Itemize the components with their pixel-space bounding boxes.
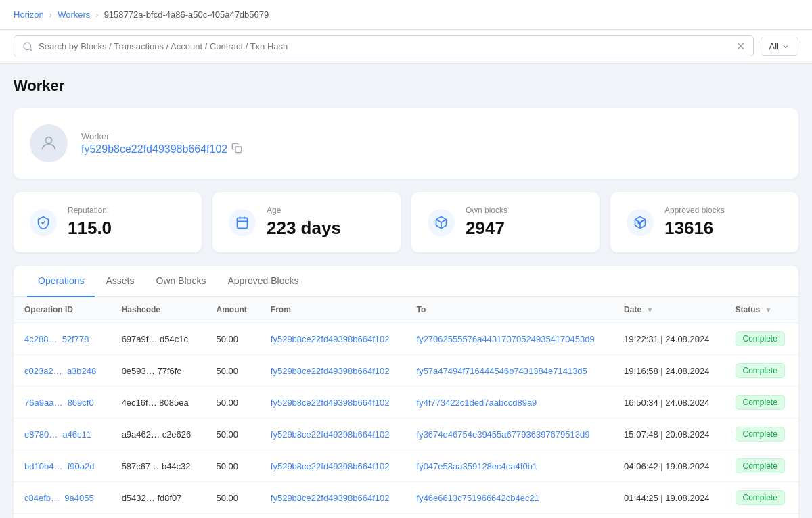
operation-id-link2[interactable]: 869cf0 [65, 398, 94, 408]
search-clear-button[interactable]: ✕ [736, 40, 745, 53]
shield-icon [37, 216, 50, 229]
operation-id-link2[interactable]: 9a4055 [62, 493, 94, 503]
operation-id-link[interactable]: e8780… [24, 429, 58, 440]
cell-to: fy46e6613c751966642cb4ec21 [406, 482, 614, 514]
stat-age: Age 223 days [212, 192, 401, 252]
col-to: To [406, 297, 614, 323]
from-address-link[interactable]: fy529b8ce22fd49398b664f102 [271, 493, 390, 503]
cell-amount: 50.00 [206, 482, 260, 514]
cell-operation-id: 4c288… 52f778 [14, 323, 111, 355]
tab-own-blocks[interactable]: Own Blocks [145, 266, 217, 297]
approved-blocks-value: 13616 [664, 218, 725, 239]
tabs-container: Operations Assets Own Blocks Approved Bl… [14, 266, 798, 518]
cell-date: 16:50:34 | 24.08.2024 [613, 387, 724, 419]
hash1: 4ec16f… [122, 398, 157, 408]
nav-horizon[interactable]: Horizon [14, 9, 44, 20]
svg-rect-4 [238, 218, 248, 228]
reputation-label: Reputation: [68, 206, 112, 215]
chevron-down-icon [782, 43, 790, 51]
tab-operations[interactable]: Operations [27, 266, 95, 297]
cell-to: fy3674e46754e39455a677936397679513d9 [406, 419, 614, 450]
to-address-link[interactable]: fy46e6613c751966642cb4ec21 [417, 493, 539, 503]
cell-date: 17:30:44 | 18.08.2024 [613, 514, 724, 519]
stats-row: Reputation: 115.0 Age 223 days [14, 192, 798, 252]
cell-hashcode: 697a9f… d54c1c [111, 323, 206, 355]
worker-card: Worker fy529b8ce22fd49398b664f102 [14, 108, 798, 179]
stat-approved-blocks-content: Approved blocks 13616 [664, 206, 725, 239]
cell-amount: 50.00 [206, 450, 260, 482]
table-row: 4c288… 52f778 697a9f… d54c1c 50.00 fy529… [14, 323, 798, 355]
cell-status: Complete [725, 514, 798, 519]
date-sort-icon: ▼ [646, 306, 653, 314]
svg-point-0 [24, 43, 31, 50]
from-address-link[interactable]: fy529b8ce22fd49398b664f102 [271, 334, 390, 344]
to-address-link[interactable]: fy3674e46754e39455a677936397679513d9 [417, 429, 590, 440]
table-row: 76a9aa… 869cf0 4ec16f… 8085ea 50.00 fy52… [14, 387, 798, 419]
search-bar: ✕ All [0, 30, 812, 64]
cell-to: fy56d78417465376b7146384e313553553d0 [406, 514, 614, 519]
status-badge: Complete [736, 331, 785, 346]
col-amount: Amount [206, 297, 260, 323]
svg-rect-3 [235, 147, 242, 153]
operation-id-link[interactable]: c84efb… [24, 493, 60, 503]
cell-status: Complete [725, 482, 798, 514]
sep2: › [95, 9, 98, 20]
cell-hashcode: 4ec16f… 8085ea [111, 387, 206, 419]
cell-operation-id: c84efb… 9a4055 [14, 482, 111, 514]
table-row: bd10b4… f90a2d 587c67… b44c32 50.00 fy52… [14, 450, 798, 482]
to-address-link[interactable]: fy57a47494f716444546b7431384e71413d5 [417, 366, 587, 376]
status-badge: Complete [736, 395, 785, 410]
operation-id-link2[interactable]: 52f778 [60, 334, 89, 344]
operation-id-link[interactable]: 76a9aa… [24, 398, 62, 408]
stat-reputation-content: Reputation: 115.0 [68, 206, 112, 239]
operation-id-link[interactable]: 4c288… [24, 334, 57, 344]
table-row: c023a2… a3b248 0e593… 77f6fc 50.00 fy529… [14, 355, 798, 387]
tab-assets[interactable]: Assets [95, 266, 145, 297]
cell-amount: 50.00 [206, 387, 260, 419]
col-hashcode: Hashcode [111, 297, 206, 323]
col-status[interactable]: Status ▼ [725, 297, 798, 323]
cube-icon [434, 216, 448, 229]
from-address-link[interactable]: fy529b8ce22fd49398b664f102 [271, 366, 390, 376]
operation-id-link[interactable]: bd10b4… [24, 461, 62, 471]
cell-amount: 50.00 [206, 514, 260, 519]
stat-approved-blocks: Approved blocks 13616 [610, 192, 798, 252]
status-sort-icon: ▼ [765, 306, 772, 314]
sep1: › [49, 9, 52, 20]
col-date[interactable]: Date ▼ [613, 297, 724, 323]
from-address-link[interactable]: fy529b8ce22fd49398b664f102 [271, 398, 390, 408]
cell-to: fy047e58aa359128ec4ca4f0b1 [406, 450, 614, 482]
cell-operation-id: c023a2… a3b248 [14, 355, 111, 387]
operation-id-link2[interactable]: f90a2d [65, 461, 94, 471]
operation-id-link2[interactable]: a3b248 [64, 366, 96, 376]
cell-from: fy529b8ce22fd49398b664f102 [260, 419, 406, 450]
from-address-link[interactable]: fy529b8ce22fd49398b664f102 [271, 461, 390, 471]
page-title: Worker [14, 77, 798, 95]
col-operation-id: Operation ID [14, 297, 111, 323]
cell-from: fy529b8ce22fd49398b664f102 [260, 482, 406, 514]
copy-address-button[interactable] [231, 143, 242, 156]
operation-id-link2[interactable]: a46c11 [60, 429, 91, 440]
nav-workers[interactable]: Workers [58, 9, 90, 20]
approved-blocks-label: Approved blocks [664, 206, 725, 215]
hash1: a9a462… [122, 429, 160, 440]
reputation-value: 115.0 [68, 218, 112, 239]
col-from: From [260, 297, 406, 323]
hash2: 8085ea [159, 398, 188, 408]
tab-approved-blocks[interactable]: Approved Blocks [217, 266, 309, 297]
search-filter-dropdown[interactable]: All [761, 37, 798, 56]
from-address-link[interactable]: fy529b8ce22fd49398b664f102 [271, 429, 390, 440]
cell-date: 15:07:48 | 20.08.2024 [613, 419, 724, 450]
cell-to: fy4f773422c1ded7aabccd89a9 [406, 387, 614, 419]
to-address-link[interactable]: fy4f773422c1ded7aabccd89a9 [417, 398, 537, 408]
page-content: Worker Worker fy529b8ce22fd49398b664f102 [0, 64, 812, 518]
operation-id-link[interactable]: c023a2… [24, 366, 62, 376]
to-address-link[interactable]: fy047e58aa359128ec4ca4f0b1 [417, 461, 538, 471]
age-label: Age [267, 206, 341, 215]
age-value: 223 days [267, 218, 341, 239]
operations-table-wrapper: Operation ID Hashcode Amount From To Dat… [14, 297, 798, 518]
to-address-link[interactable]: fy27062555576a443173705249354170453d9 [417, 334, 595, 344]
cell-date: 19:16:58 | 24.08.2024 [613, 355, 724, 387]
cell-amount: 50.00 [206, 323, 260, 355]
search-input[interactable] [39, 41, 731, 51]
